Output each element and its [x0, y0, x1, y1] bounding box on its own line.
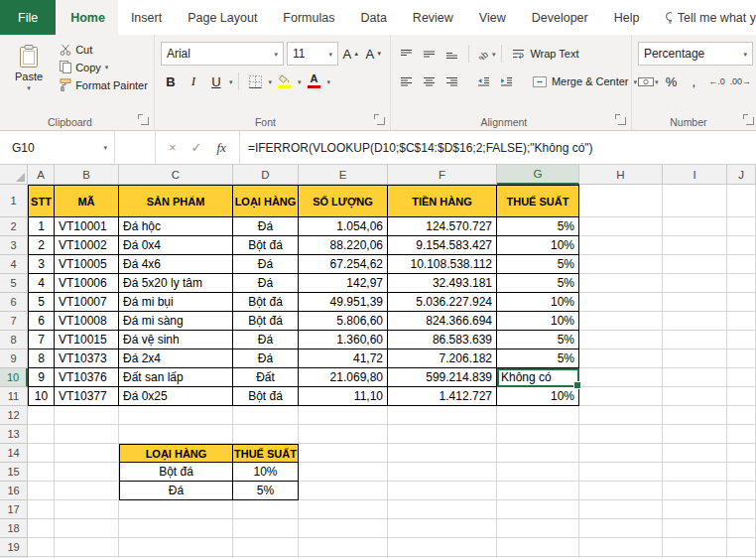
- middle-align-button[interactable]: [420, 44, 440, 64]
- row-header-16[interactable]: 16: [0, 482, 28, 500]
- tab-help[interactable]: Help: [601, 0, 653, 35]
- cell-H14[interactable]: [579, 444, 663, 463]
- cell-H7[interactable]: [579, 312, 663, 331]
- cell-B8[interactable]: VT10015: [55, 331, 119, 349]
- cell-E14[interactable]: [299, 444, 388, 463]
- cell-J14[interactable]: [727, 444, 756, 463]
- cell-E4[interactable]: 67.254,62: [299, 255, 388, 274]
- cell-G15[interactable]: [497, 463, 579, 482]
- cell-I16[interactable]: [663, 482, 727, 500]
- formula-input[interactable]: =IFERROR(VLOOKUP(D10;$C$14:$D$16;2;FALSE…: [240, 131, 756, 164]
- row-header-2[interactable]: 2: [0, 217, 28, 236]
- tab-review[interactable]: Review: [400, 0, 466, 35]
- tab-page-layout[interactable]: Page Layout: [175, 0, 270, 35]
- cell-E3[interactable]: 88.220,06: [299, 236, 388, 255]
- tab-file[interactable]: File: [0, 0, 56, 35]
- cell-I12[interactable]: [663, 406, 727, 425]
- row-header-13[interactable]: 13: [0, 425, 28, 444]
- cell-E6[interactable]: 49.951,39: [299, 293, 388, 312]
- cell-F10[interactable]: 599.214.839: [388, 368, 497, 387]
- font-name-select[interactable]: Arial▾: [161, 42, 284, 66]
- cell-E13[interactable]: [299, 425, 388, 444]
- chevron-down-icon[interactable]: ▾: [298, 78, 302, 85]
- cell-E9[interactable]: 41,72: [299, 349, 388, 368]
- column-header-H[interactable]: H: [579, 165, 663, 185]
- cell-B1[interactable]: MÃ: [55, 185, 119, 217]
- cell-I1[interactable]: [663, 185, 727, 217]
- cell-C2[interactable]: Đá hộc: [119, 217, 233, 236]
- cell-A4[interactable]: 3: [28, 255, 55, 274]
- cell-G4[interactable]: 5%: [497, 255, 579, 274]
- cell-B16[interactable]: [55, 482, 119, 500]
- cell-B19[interactable]: [55, 538, 119, 557]
- cell-G7[interactable]: 10%: [497, 312, 579, 331]
- cell-G11[interactable]: 10%: [497, 387, 579, 406]
- cell-J9[interactable]: [727, 349, 756, 368]
- cell-J6[interactable]: [727, 293, 756, 312]
- cell-C15[interactable]: Bột đá: [119, 463, 233, 482]
- cell-G9[interactable]: 5%: [497, 349, 579, 368]
- cell-G6[interactable]: 10%: [497, 293, 579, 312]
- cell-G17[interactable]: [497, 500, 579, 519]
- column-header-F[interactable]: F: [388, 165, 497, 185]
- cell-J3[interactable]: [727, 236, 756, 255]
- cell-H9[interactable]: [579, 349, 663, 368]
- cell-I6[interactable]: [663, 293, 727, 312]
- cell-C12[interactable]: [119, 406, 233, 425]
- cell-D1[interactable]: LOẠI HÀNG: [233, 185, 299, 217]
- cell-H3[interactable]: [579, 236, 663, 255]
- cell-H4[interactable]: [579, 255, 663, 274]
- cell-A17[interactable]: [28, 500, 55, 519]
- cell-B6[interactable]: VT10007: [55, 293, 119, 312]
- cut-button[interactable]: Cut: [60, 44, 148, 56]
- cell-G18[interactable]: [497, 519, 579, 538]
- chevron-down-icon[interactable]: ▾: [326, 78, 330, 85]
- cell-J12[interactable]: [727, 406, 756, 425]
- cancel-icon[interactable]: ×: [169, 140, 177, 155]
- cell-G2[interactable]: 5%: [497, 217, 579, 236]
- cell-F5[interactable]: 32.493.181: [388, 274, 497, 293]
- cell-E16[interactable]: [299, 482, 388, 500]
- merge-center-button[interactable]: Merge & Center ▾: [529, 70, 641, 92]
- row-header-17[interactable]: 17: [0, 500, 28, 519]
- cell-C19[interactable]: [119, 538, 233, 557]
- cell-F8[interactable]: 86.583.639: [388, 331, 497, 349]
- cell-C1[interactable]: SẢN PHẨM: [119, 185, 233, 217]
- cell-G3[interactable]: 10%: [497, 236, 579, 255]
- cell-F2[interactable]: 124.570.727: [388, 217, 497, 236]
- cell-D18[interactable]: [233, 519, 299, 538]
- enter-icon[interactable]: ✓: [191, 140, 202, 155]
- column-header-D[interactable]: D: [233, 165, 299, 185]
- row-header-7[interactable]: 7: [0, 312, 28, 331]
- cell-C16[interactable]: Đá: [119, 482, 233, 500]
- font-color-button[interactable]: A: [304, 71, 323, 91]
- cell-D12[interactable]: [233, 406, 299, 425]
- cell-J11[interactable]: [727, 387, 756, 406]
- cell-E10[interactable]: 21.069,80: [299, 368, 388, 387]
- cell-B18[interactable]: [55, 519, 119, 538]
- cell-B11[interactable]: VT10377: [55, 387, 119, 406]
- cell-A1[interactable]: STT: [28, 185, 55, 217]
- percent-style-button[interactable]: %: [661, 71, 681, 91]
- cell-J5[interactable]: [727, 274, 756, 293]
- cell-D15[interactable]: 10%: [233, 463, 299, 482]
- name-box[interactable]: G10 ▾: [0, 131, 115, 164]
- decrease-indent-button[interactable]: [474, 71, 494, 91]
- bottom-align-button[interactable]: [442, 44, 462, 64]
- cell-H6[interactable]: [579, 293, 663, 312]
- cell-H5[interactable]: [579, 274, 663, 293]
- cell-E1[interactable]: SỐ LƯỢNG: [299, 185, 388, 217]
- bold-button[interactable]: B: [161, 71, 181, 91]
- cell-C13[interactable]: [119, 425, 233, 444]
- row-header-12[interactable]: 12: [0, 406, 28, 425]
- paste-button[interactable]: Paste ▾: [6, 40, 52, 91]
- cell-F4[interactable]: 10.108.538.112: [388, 255, 497, 274]
- cell-G8[interactable]: 5%: [497, 331, 579, 349]
- cell-I18[interactable]: [663, 519, 727, 538]
- cell-H18[interactable]: [579, 519, 663, 538]
- cell-A5[interactable]: 4: [28, 274, 55, 293]
- cell-G19[interactable]: [497, 538, 579, 557]
- selected-cell-G10[interactable]: Không có: [497, 368, 579, 387]
- cell-I3[interactable]: [663, 236, 727, 255]
- cell-I19[interactable]: [663, 538, 727, 557]
